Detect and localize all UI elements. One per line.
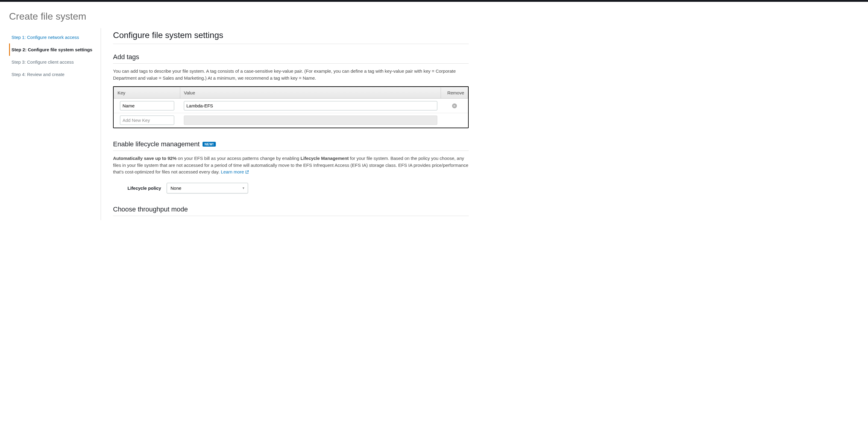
- lifecycle-desc-mid1: on your EFS bill as your access patterns…: [177, 156, 301, 161]
- tags-table-wrapper: Key Value Remove: [113, 86, 469, 128]
- lifecycle-desc-bold2: Lifecycle Management: [301, 156, 349, 161]
- tags-header-remove: Remove: [441, 87, 468, 99]
- tag-row-new: [114, 113, 468, 127]
- tag-row: ✕: [114, 99, 468, 113]
- add-tags-description: You can add tags to describe your file s…: [113, 68, 469, 82]
- tags-header-value: Value: [180, 87, 441, 99]
- step-3-link[interactable]: Step 3: Configure client access: [9, 56, 101, 68]
- close-icon: ✕: [452, 104, 457, 108]
- step-1-link[interactable]: Step 1: Configure network access: [9, 31, 101, 44]
- tags-table: Key Value Remove: [114, 87, 468, 127]
- remove-tag-button[interactable]: ✕: [452, 104, 457, 108]
- step-4-link[interactable]: Step 4: Review and create: [9, 68, 101, 81]
- tag-key-input[interactable]: [120, 101, 174, 110]
- tag-value-input[interactable]: [184, 101, 437, 110]
- learn-more-link[interactable]: Learn more: [221, 169, 249, 176]
- tag-new-value-input: [184, 116, 437, 125]
- new-badge: NEW!: [203, 142, 216, 147]
- add-tags-title: Add tags: [113, 53, 469, 64]
- lifecycle-title-text: Enable lifecycle management: [113, 140, 199, 148]
- tag-new-key-input[interactable]: [120, 116, 174, 125]
- section-title: Configure file system settings: [113, 30, 469, 44]
- wizard-steps-sidebar: Step 1: Configure network access Step 2:…: [9, 28, 101, 220]
- lifecycle-policy-label: Lifecycle policy: [127, 185, 161, 191]
- throughput-title: Choose throughput mode: [113, 205, 469, 216]
- tags-header-key: Key: [114, 87, 180, 99]
- lifecycle-desc-bold1: Automatically save up to 92%: [113, 156, 177, 161]
- lifecycle-policy-row: Lifecycle policy None ▼: [113, 183, 469, 193]
- external-link-icon: [245, 170, 249, 174]
- lifecycle-policy-select[interactable]: None: [167, 183, 248, 193]
- step-2-link[interactable]: Step 2: Configure file system settings: [9, 44, 101, 56]
- lifecycle-title: Enable lifecycle management NEW!: [113, 140, 469, 151]
- lifecycle-description: Automatically save up to 92% on your EFS…: [113, 155, 469, 176]
- page-title: Create file system: [9, 11, 859, 22]
- main-content: Configure file system settings Add tags …: [113, 28, 469, 220]
- learn-more-text: Learn more: [221, 169, 244, 176]
